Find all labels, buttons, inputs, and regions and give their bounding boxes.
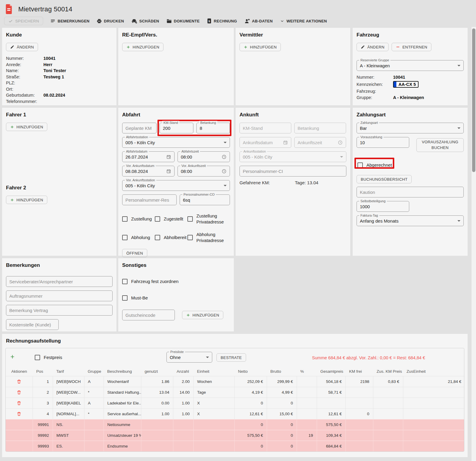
toolbar-dokumente[interactable]: DOKUMENTE (166, 19, 200, 23)
toolbar-schaeden[interactable]: SCHÄDEN (131, 19, 159, 24)
preisliste-select[interactable]: Preisliste Ohne (166, 352, 212, 363)
must-be-checkbox[interactable]: Must-Be (122, 295, 148, 301)
auftragsnummer-field[interactable] (6, 290, 113, 301)
cell-netto: 12,61 € (234, 408, 267, 419)
cell-beschreibung: Service außerhal... (104, 408, 141, 419)
abfahrtszeit-field[interactable]: Abfahrtszeit (178, 151, 230, 162)
festpreis-checkbox[interactable]: Festpreis (35, 355, 62, 360)
delete-row-button[interactable] (16, 389, 22, 395)
gutschein-hinzufuegen-button[interactable]: HINZUFÜGEN (182, 311, 223, 319)
kaution-field[interactable] (357, 187, 464, 197)
personalnummer-co-input[interactable] (183, 197, 227, 203)
zugestellt-checkbox[interactable]: Zugestellt (155, 216, 187, 222)
fahrzeug-entfernen-button[interactable]: ENTFERNEN (392, 43, 431, 51)
serviceberater-field[interactable] (6, 276, 113, 287)
vorauszahlung-input[interactable] (360, 140, 406, 145)
re-empf-hinzufuegen-button[interactable]: HINZUFÜGEN (122, 43, 163, 51)
selbstbeteiligung-field[interactable]: Selbstbeteiligung (357, 201, 409, 212)
cell-km_frei (345, 387, 373, 398)
bemerkung-vertrag-field[interactable] (6, 305, 113, 316)
scrollbar-thumb[interactable] (472, 28, 475, 172)
abgerechnet-checkbox[interactable]: Abgerechnet (357, 162, 392, 168)
personalnummer-co-field[interactable]: Personalnummer-CO (180, 194, 230, 205)
abfahrtsstation-select[interactable]: Abfahrtsstation 005 - Köln City (122, 137, 230, 148)
chevron-down-icon (224, 142, 227, 143)
car-damage-icon (131, 19, 137, 24)
vor-ankunftszeit-input[interactable] (181, 169, 219, 174)
fahrzeug-aendern-button[interactable]: ÄNDERN (357, 43, 389, 51)
km-stand-field[interactable]: KM-Stand (160, 123, 193, 133)
delete-row-button[interactable] (16, 400, 22, 406)
kaution-input[interactable] (360, 190, 460, 195)
kunde-aendern-button[interactable]: ÄNDERN (6, 43, 38, 51)
zustellung-checkbox[interactable]: Zustellung (122, 216, 155, 222)
cell-brutto: 4,99 € (267, 387, 297, 398)
abfahrtszeit-input[interactable] (181, 154, 219, 159)
toolbar-bemerkungen[interactable]: BEMERKUNGEN (50, 19, 90, 24)
add-position-button[interactable] (10, 354, 15, 359)
kostenstelle-field[interactable] (6, 319, 59, 330)
toolbar-abdaten[interactable]: AB-DATEN (244, 19, 273, 24)
vor-ankunftsdatum-field[interactable]: Vor. Ankunftsdatum (122, 166, 175, 177)
toolbar-drucken[interactable]: DRUCKEN (97, 19, 124, 24)
personalnummer-res-field[interactable] (122, 194, 177, 205)
toolbar-weitere-aktionen[interactable]: WEITERE AKTIONEN (280, 19, 327, 23)
abholbereit-checkbox[interactable]: Abholbereit (155, 235, 187, 241)
vor-ankunftszeit-field[interactable]: Vor. Ankunftszeit (178, 166, 230, 177)
fahrzeug-row-gruppe: Gruppe:A - Kleinwagen (357, 95, 464, 101)
betankung-field[interactable]: Betankung (196, 123, 230, 133)
notes-icon (50, 19, 55, 24)
scrollbar-track[interactable] (472, 27, 476, 461)
vorauszahlung-field[interactable]: Vorauszahlung (357, 137, 409, 148)
selbstbeteiligung-input[interactable] (360, 204, 406, 209)
fahrer2-hinzufuegen-button[interactable]: HINZUFÜGEN (6, 196, 47, 204)
column-header: genutzt (141, 367, 173, 376)
cell-genutzt: 1.86 (141, 376, 173, 387)
vorauszahlung-buchen-button[interactable]: VORAUSZAHLUNG BUCHEN (416, 138, 464, 152)
personalnummer-res-input[interactable] (125, 197, 173, 203)
geplante-km-field[interactable] (122, 123, 157, 133)
cell-netto: 0 (234, 419, 267, 430)
cell-beschreibung: Endsumme (104, 441, 141, 451)
kostenstelle-input[interactable] (9, 322, 55, 327)
personalnummer-ci-input[interactable] (243, 169, 343, 174)
vermittler-hinzufuegen-button[interactable]: HINZUFÜGEN (239, 43, 281, 51)
abholung-privatadresse-checkbox[interactable]: Abholung Privatadresse (187, 232, 230, 244)
zahlungsart-select[interactable]: Zahlungsart Bar (357, 123, 464, 133)
buchungsuebersicht-button[interactable]: BUCHUNGSÜBERSICHT (357, 175, 412, 183)
abholung-checkbox[interactable]: Abholung (122, 235, 155, 241)
serviceberater-input[interactable] (9, 279, 109, 284)
pencil-icon (10, 45, 14, 49)
fahrer1-hinzufuegen-button[interactable]: HINZUFÜGEN (6, 123, 47, 131)
auftragsnummer-input[interactable] (9, 293, 109, 299)
cell-km_frei (345, 419, 373, 430)
gutscheincode-input[interactable] (125, 313, 172, 318)
gutscheincode-field[interactable] (122, 310, 175, 320)
vor-ankunftsdatum-input[interactable] (125, 169, 164, 174)
fahrzeug-fest-zuordnen-checkbox[interactable]: Fahrzeug fest zuordnen (122, 279, 178, 284)
check-icon (8, 19, 13, 23)
toolbar-rechnung[interactable]: $ RECHNUNG (207, 18, 237, 24)
faktura-tag-select[interactable]: Faktura-Tag Anfang des Monats (357, 215, 464, 226)
cell-einheit (193, 430, 234, 441)
cell-brutto: 0 (267, 441, 297, 451)
speichern-button[interactable]: SPEICHERN (4, 17, 43, 25)
delete-row-button[interactable] (16, 378, 22, 385)
bemerkung-vertrag-input[interactable] (9, 308, 109, 313)
vor-ankunftsstation-select[interactable]: Vor. Ankunftsstation 005 - Köln City (122, 180, 230, 191)
bestrate-button[interactable]: BESTRATE (216, 353, 246, 362)
km-stand-input[interactable] (163, 126, 190, 131)
zustellung-privatadresse-checkbox[interactable]: Zustellung Privatadresse (187, 213, 230, 225)
cell-beschreibung: Wochentarif (104, 376, 141, 387)
betankung-input[interactable] (200, 126, 227, 131)
personalnummer-ci-field[interactable] (239, 166, 346, 177)
abfahrtsdatum-field[interactable]: Abfahrtsdatum (122, 151, 175, 162)
delete-row-button[interactable] (16, 411, 22, 417)
abfahrtsdatum-input[interactable] (125, 154, 164, 159)
chevron-down-icon (224, 185, 227, 186)
geplante-km-input[interactable] (125, 126, 153, 131)
cell-aktionen (6, 408, 33, 419)
reservierte-gruppe-select[interactable]: Reservierte Gruppe A - Kleinwagen (357, 60, 464, 71)
oeffnen-button[interactable]: ÖFFNEN (122, 249, 147, 257)
kunde-row-geburtsdatum: Geburtsdatum:08.02.2024 (6, 92, 113, 98)
